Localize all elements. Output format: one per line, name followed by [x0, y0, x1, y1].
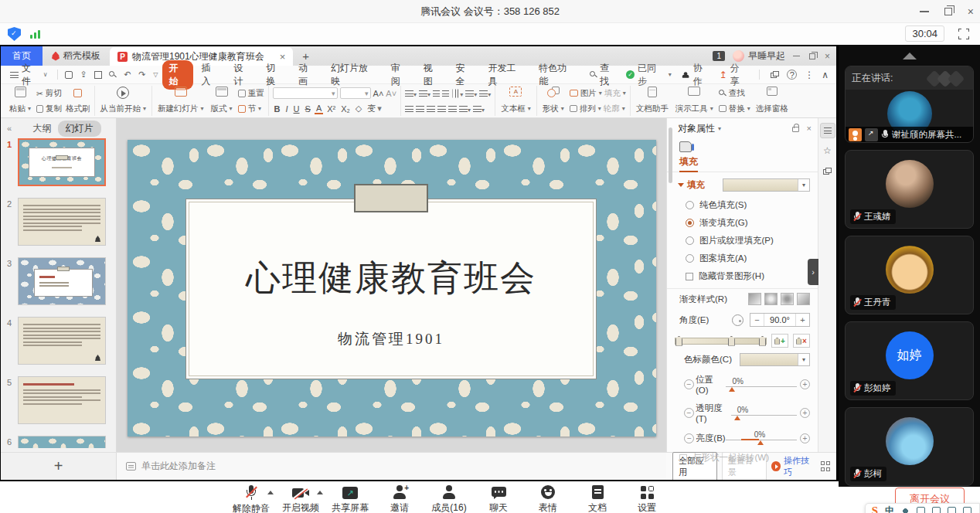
find-button[interactable]: 查找 [719, 87, 750, 100]
emoji-button[interactable]: 表情 [523, 481, 573, 513]
transparency-slider[interactable]: 0% [731, 406, 797, 420]
unmute-button[interactable]: 解除静音 [226, 481, 276, 513]
add-stop-button[interactable]: + [771, 334, 788, 348]
start-video-button[interactable]: 开启视频 [276, 481, 325, 513]
ime-emoji-icon[interactable] [917, 507, 925, 513]
share-button[interactable]: ↥ 分享 [720, 62, 749, 88]
fill-color-dropdown[interactable]: ▾ [723, 178, 810, 192]
undo-icon[interactable]: ↶ [121, 69, 134, 80]
section-collapse-icon[interactable] [678, 183, 684, 187]
gradient-stop-2[interactable] [728, 336, 735, 346]
participant-tile[interactable]: 如婷 彭如婷 [845, 321, 974, 400]
angle-value[interactable]: 90.0° [764, 314, 796, 326]
option-picture-fill[interactable]: 图片或纹理填充(P) [667, 232, 818, 250]
add-slide-button[interactable]: + [54, 457, 63, 475]
text-direction-icon[interactable]: ▾ [465, 89, 477, 98]
outline-button[interactable]: 轮廓 [604, 104, 620, 114]
ime-account-icon[interactable] [948, 507, 956, 513]
menu-insert[interactable]: 插入 [195, 60, 226, 90]
font-size-combo[interactable]: ▾ [340, 87, 371, 99]
ime-toolbox-icon[interactable] [963, 507, 971, 513]
outline-tab[interactable]: 大纲 [33, 122, 52, 135]
sidebar-collapse-up-icon[interactable] [903, 53, 917, 59]
slide-title-text[interactable]: 心理健康教育班会 [186, 255, 596, 301]
align-right-icon[interactable] [427, 104, 435, 114]
shapes-button[interactable]: 形状▾ [541, 87, 566, 116]
animation-strip-icon[interactable] [820, 163, 835, 178]
section-button[interactable]: 节▾ [238, 102, 264, 116]
slide-thumbnail-4[interactable] [18, 317, 106, 365]
transparency-minus[interactable]: − [684, 408, 694, 418]
preview-icon[interactable] [107, 69, 120, 80]
bold-icon[interactable]: B [273, 104, 282, 114]
ime-tool-icon[interactable] [901, 507, 910, 513]
slides-tab[interactable]: 幻灯片 [58, 121, 101, 137]
align-center-icon[interactable] [416, 104, 424, 114]
angle-dial[interactable] [732, 314, 744, 326]
menu-transition[interactable]: 切换 [260, 60, 291, 90]
participant-tile[interactable]: 彭柯 [845, 407, 974, 486]
menu-animation[interactable]: 动画 [292, 60, 323, 90]
brightness-slider[interactable]: 0% [726, 431, 797, 445]
indent-less-icon[interactable] [433, 89, 440, 98]
indent-more-icon[interactable] [442, 89, 449, 98]
wps-close-icon[interactable]: × [825, 51, 830, 62]
print-icon[interactable] [92, 69, 105, 80]
members-button[interactable]: 成员(16) [424, 481, 474, 513]
more-icon[interactable]: ⋮ [805, 70, 814, 80]
picture-button[interactable]: 图片▾ 填充▾ [570, 87, 626, 100]
view-grid-icon[interactable] [821, 461, 830, 471]
position-minus[interactable]: − [684, 379, 694, 389]
chat-button[interactable]: 聊天 [474, 481, 523, 513]
menu-security[interactable]: 安全 [450, 60, 481, 90]
gradient-style-1[interactable] [748, 293, 761, 305]
para-spacing-icon[interactable]: ▾ [473, 104, 485, 114]
help-icon[interactable]: ? [787, 70, 797, 80]
gradient-style-2[interactable] [764, 293, 778, 305]
numbering-icon[interactable]: ▾ [419, 89, 430, 98]
slide-editor[interactable]: 心理健康教育班会 物流管理1901 [128, 140, 656, 437]
slide-thumbnail-6[interactable] [18, 436, 106, 448]
wps-minimize-icon[interactable] [793, 56, 800, 57]
present-tools-button[interactable]: 演示工具▾ [674, 87, 715, 116]
gradient-stop-bar[interactable] [675, 338, 767, 345]
panel-collapse-arrow[interactable]: › [808, 259, 818, 285]
invite-button[interactable]: 邀请 [375, 481, 424, 513]
fill-tab[interactable]: 填充 [679, 155, 698, 172]
pin-icon[interactable] [792, 127, 799, 132]
option-hide-bg[interactable]: 隐藏背景图形(H) [667, 267, 818, 285]
align-left-icon[interactable] [405, 104, 413, 114]
redo-icon[interactable]: ↷ [135, 69, 148, 80]
fullscreen-icon[interactable] [958, 29, 969, 39]
cut-button[interactable]: ✂ 剪切 [36, 87, 62, 100]
effects-star-icon[interactable]: ☆ [820, 143, 835, 158]
settings-button[interactable]: 设置 [622, 481, 672, 513]
cast-icon[interactable] [771, 71, 779, 78]
gradient-stop-1[interactable] [675, 336, 682, 346]
position-plus[interactable]: + [800, 379, 810, 389]
mic-options-arrow[interactable] [267, 491, 274, 494]
menu-features[interactable]: 特色功能 [533, 60, 582, 90]
option-gradient-fill[interactable]: 渐变填充(G) [667, 214, 818, 232]
account-chip[interactable]: 早睡早起 [733, 49, 785, 63]
bullets-icon[interactable]: ▾ [405, 89, 417, 98]
share-screen-button[interactable]: ↗ 共享屏幕 [325, 481, 375, 513]
ime-language[interactable]: 中 [885, 505, 894, 513]
superscript-icon[interactable]: X² [325, 104, 337, 114]
font-color-icon[interactable]: A [315, 104, 323, 114]
speaker-tile[interactable]: 正在讲话: 谢祉颀的屏幕共... [845, 66, 974, 143]
menu-review[interactable]: 审阅 [385, 60, 416, 90]
position-slider[interactable]: 0% [726, 378, 797, 392]
angle-plus-button[interactable]: + [796, 314, 809, 326]
brightness-plus[interactable]: + [800, 433, 810, 443]
menu-design[interactable]: 设计 [227, 60, 258, 90]
find-menu[interactable]: 查找 [584, 62, 624, 88]
text-effect-icon[interactable]: 变▾ [366, 103, 385, 114]
slide-thumbnail-5[interactable] [18, 376, 106, 424]
network-signal-icon[interactable] [30, 29, 40, 39]
close-icon[interactable]: × [968, 6, 974, 17]
notes-bar[interactable]: 单击此处添加备注 [117, 453, 666, 480]
slide-thumbnail-2[interactable] [18, 198, 106, 246]
wps-restore-icon[interactable] [809, 53, 815, 59]
grow-font-icon[interactable]: A˄ [373, 89, 384, 98]
